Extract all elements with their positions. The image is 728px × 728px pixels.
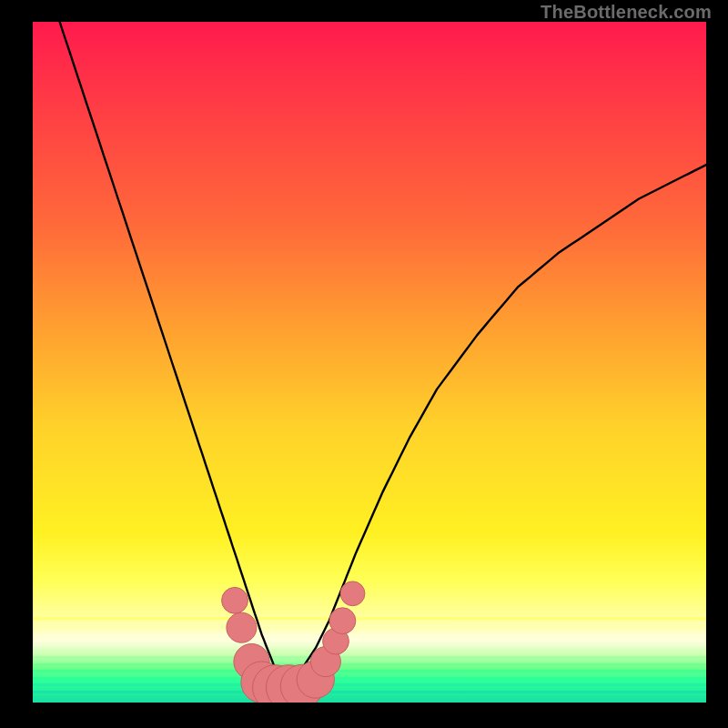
curve-layer [33, 22, 706, 703]
data-marker [222, 587, 248, 613]
chart-frame: TheBottleneck.com [0, 0, 728, 728]
marker-group [222, 581, 365, 703]
bottleneck-curve [60, 22, 706, 682]
data-marker [329, 608, 356, 634]
watermark-text: TheBottleneck.com [541, 2, 712, 23]
curve-group [60, 22, 706, 682]
plot-area [33, 22, 706, 703]
data-marker [340, 581, 365, 606]
data-marker [227, 612, 257, 642]
